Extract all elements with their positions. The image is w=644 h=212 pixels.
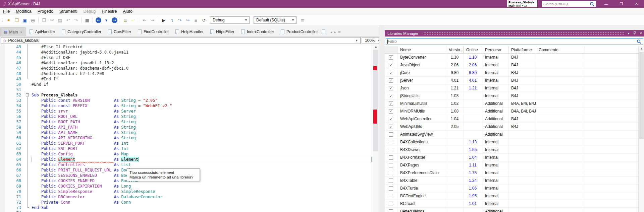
libraries-scrollbar[interactable]: ▲ <box>638 46 644 212</box>
fold-margin[interactable] <box>23 210 32 212</box>
column-header-piattaforme[interactable]: Piattaforme <box>508 46 536 54</box>
table-row[interactable]: ✓jCore9.809.80InternalB4J <box>385 69 644 77</box>
paste-icon[interactable]: ▤ <box>56 16 64 24</box>
table-row[interactable]: BCToast1.01Internal <box>385 200 644 208</box>
resume-icon[interactable]: ↪ <box>184 16 192 24</box>
error-mark[interactable] <box>373 110 377 124</box>
minimize-button[interactable]: — <box>599 0 614 8</box>
breakpoint-margin[interactable] <box>0 167 5 173</box>
library-checkbox[interactable] <box>389 148 393 152</box>
breakpoint-margin[interactable] <box>0 76 5 82</box>
code-line-70[interactable]: 70 Public SimpleResponse As SimpleRespon… <box>0 189 372 194</box>
library-checkbox[interactable]: ✓ <box>389 71 393 75</box>
open-icon[interactable]: ❒ <box>13 16 20 24</box>
cut-icon[interactable]: ✂ <box>48 16 56 24</box>
breakpoint-margin[interactable] <box>0 210 5 212</box>
library-checkbox[interactable]: ✓ <box>389 63 393 67</box>
breakpoint-margin[interactable] <box>0 205 5 210</box>
collapse-icon[interactable]: - <box>26 93 29 96</box>
code-line-44[interactable]: 44 #AdditionalJar: jaybird-5.0.0.java11 <box>0 50 372 55</box>
menu-item-finestre[interactable]: Finestre <box>99 8 120 15</box>
shift-left-icon[interactable]: ⇤ <box>141 16 148 24</box>
search-input[interactable] <box>542 2 590 6</box>
menu-item-progetto[interactable]: Progetto <box>35 8 56 15</box>
table-row[interactable]: ✓jStringUtils1.03InternalB4J <box>385 92 644 100</box>
close-icon[interactable]: × <box>20 30 22 34</box>
table-row[interactable]: B4XTable1.24Internal <box>385 177 644 185</box>
code-line-43[interactable]: 43 #Else If Firebird <box>0 44 372 50</box>
step-into-icon[interactable]: ↴ <box>168 16 175 24</box>
library-checkbox[interactable] <box>389 155 393 160</box>
breakpoint-margin[interactable] <box>0 141 5 146</box>
breakpoint-margin[interactable] <box>0 200 5 205</box>
comment-icon[interactable]: ≣ <box>122 16 129 24</box>
library-filter-box[interactable] <box>386 38 643 45</box>
new-module-icon[interactable]: ✷ <box>5 16 12 24</box>
code-line-60[interactable]: 60 Public API_VERSIONING As String <box>0 135 372 141</box>
library-checkbox[interactable] <box>389 132 393 137</box>
tab-list-icon[interactable]: ≡ <box>338 30 340 34</box>
column-header-percorso[interactable]: Percorso <box>482 46 508 54</box>
breakpoint-margin[interactable] <box>0 71 5 76</box>
code-line-52[interactable]: 52-Sub Process_Globals <box>0 92 372 98</box>
step-over-icon[interactable]: ↷ <box>176 16 183 24</box>
library-checkbox[interactable]: ✓ <box>389 55 393 60</box>
shift-right-icon[interactable]: ⇥ <box>149 16 156 24</box>
scrollbar-thumb[interactable] <box>639 52 644 139</box>
tab-findcontroller[interactable]: FindController <box>135 27 172 36</box>
panel-splitter[interactable] <box>379 25 385 212</box>
code-line-74[interactable]: 74 <box>0 210 372 212</box>
table-row[interactable]: AnimatedSvgViewAdditional <box>385 131 644 138</box>
tab-main[interactable]: ▤Main× <box>0 27 26 36</box>
code-line-51[interactable]: 51 <box>0 87 372 92</box>
breakpoint-margin[interactable] <box>0 173 5 178</box>
code-line-45[interactable]: 45 #Else If DBF <box>0 55 372 60</box>
tab-apihandler[interactable]: ApiHandler <box>26 27 58 36</box>
tab-corsfilter[interactable]: CorsFilter <box>105 27 135 36</box>
code-line-47[interactable]: 47 #AdditionalJar: dbschema-dbf-jdbc1.0 <box>0 66 372 71</box>
code-line-49[interactable]: 49 #End If <box>0 76 372 82</box>
library-checkbox[interactable] <box>389 171 393 175</box>
tab-scroll-right-icon[interactable]: ▸ <box>334 30 336 34</box>
close-button[interactable]: ✕ <box>629 0 644 8</box>
code-line-62[interactable]: 62 Public SSL_PORT As Int <box>0 146 372 151</box>
library-checkbox[interactable] <box>389 194 393 198</box>
restore-button[interactable]: ❐ <box>614 0 629 8</box>
restart-icon[interactable]: ↺ <box>200 16 208 24</box>
table-row[interactable]: B4XDrawer1.55Internal <box>385 146 644 154</box>
column-header-commento[interactable]: Commento <box>536 46 585 54</box>
table-row[interactable]: ✓WebApiUtils2.05AdditionalB4J <box>385 123 644 131</box>
library-checkbox[interactable]: ✓ <box>389 117 393 121</box>
menu-item-file[interactable]: File <box>0 8 13 15</box>
breakpoint-margin[interactable] <box>0 44 5 50</box>
code-line-48[interactable]: 48 #AdditionalJar: h2-1.4.200 <box>0 71 372 76</box>
code-line-54[interactable]: 54 Public const PREFIX As String = "WebA… <box>0 103 372 109</box>
column-header-nome[interactable]: Nome <box>397 46 446 54</box>
sub-selector-dropdown[interactable]: ◇ Process_Globals ▼ <box>1 37 361 44</box>
library-checkbox[interactable]: ✓ <box>389 125 393 129</box>
table-row[interactable]: ✓ByteConverter1.101.10InternalB4J <box>385 54 644 61</box>
table-row[interactable]: B4XCollections1.13Internal <box>385 138 644 146</box>
run-icon[interactable]: ▶ <box>160 16 167 24</box>
breakpoint-margin[interactable] <box>0 82 5 87</box>
library-checkbox[interactable] <box>389 163 393 167</box>
nav-forward-icon[interactable]: → <box>111 16 118 24</box>
library-checkbox[interactable] <box>389 209 393 212</box>
breakpoint-margin[interactable] <box>0 119 5 125</box>
code-line-55[interactable]: 55 Public srvr As Server <box>0 109 372 114</box>
tab-indexcontroller[interactable]: IndexController <box>238 27 277 36</box>
code-line-46[interactable]: 46 #AdditionalJar: javadbf-1.13.2 <box>0 60 372 66</box>
breakpoint-margin[interactable] <box>0 55 5 60</box>
table-row[interactable]: ✓WebApiController1.04AdditionalB4J <box>385 115 644 123</box>
code-line-71[interactable]: 71 Public DBConnector As DatabaseConnect… <box>0 194 372 200</box>
library-checkbox[interactable] <box>389 202 393 206</box>
tab-partial[interactable] <box>321 27 328 36</box>
menu-item-aiuto[interactable]: Aiuto <box>120 8 136 15</box>
editor-vertical-scrollbar[interactable]: ▲ <box>372 44 379 212</box>
tab-scroll-left-icon[interactable]: ◂ <box>330 30 332 34</box>
breakpoint-margin[interactable] <box>0 178 5 184</box>
code-line-53[interactable]: 53 Public const VERSION As String = "2.0… <box>0 98 372 103</box>
table-row[interactable]: ✓Json1.211.21InternalB4J <box>385 84 644 92</box>
find-icon[interactable]: ◎ <box>29 16 37 24</box>
panel-menu-caret-icon[interactable]: ▾ <box>626 31 631 35</box>
